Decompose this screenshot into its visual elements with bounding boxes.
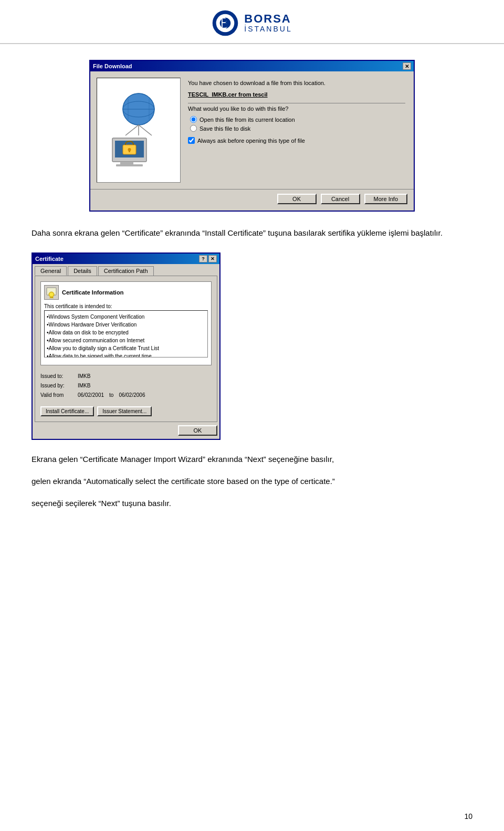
page-header: BORSA İSTANBUL <box>0 0 504 44</box>
radio-open-file-label: Open this file from its current location <box>200 117 295 123</box>
certificate-dialog-container: Certificate ? ✕ General Details Certific… <box>32 253 472 440</box>
radio-open-file-input[interactable] <box>190 116 197 123</box>
more-info-button[interactable]: More Info <box>364 194 407 204</box>
tab-certification-path[interactable]: Certification Path <box>98 266 154 276</box>
file-download-close-button[interactable]: ✕ <box>403 62 411 70</box>
cert-issued-by-row: Issued by: IMKB <box>40 381 212 391</box>
svg-line-11 <box>139 125 152 135</box>
cert-info-icon <box>44 285 59 300</box>
file-download-filename: TESCIL_IMKB.cer from tescil <box>188 91 405 98</box>
issuer-statement-button[interactable]: Issuer Statement... <box>97 406 152 416</box>
cert-info-title: Certificate Information <box>62 289 123 296</box>
svg-point-21 <box>50 293 53 296</box>
file-download-buttons: OK Cancel More Info <box>90 189 414 211</box>
file-download-content: You have chosen to download a file from … <box>186 78 407 183</box>
paragraph-1: Daha sonra ekrana gelen “Certificate” ek… <box>32 227 472 239</box>
cert-valid-to-label: to <box>109 391 113 400</box>
checkbox-always-ask[interactable]: Always ask before opening this type of f… <box>188 137 405 144</box>
cert-issued-by-value: IMKB <box>78 381 90 391</box>
cert-valid-from-label: Valid from <box>40 391 75 400</box>
main-content: File Download ✕ <box>0 44 504 551</box>
logo-container: BORSA İSTANBUL <box>212 9 292 37</box>
cert-valid-from-value: 06/02/2001 <box>78 391 104 400</box>
cert-info-box: Certificate Information This certificate… <box>40 281 212 365</box>
checkbox-always-ask-input[interactable] <box>188 137 195 144</box>
cert-info-header: Certificate Information <box>44 285 208 300</box>
cert-info-text: This certificate is intended to: <box>44 303 208 310</box>
cert-issued-to-label: Issued to: <box>40 372 75 381</box>
page-number: 10 <box>464 812 472 821</box>
cert-bottom-buttons: OK <box>33 422 219 439</box>
cert-ok-button[interactable]: OK <box>178 425 217 436</box>
cert-help-button[interactable]: ? <box>199 255 207 262</box>
ok-button[interactable]: OK <box>277 194 317 204</box>
file-download-icon-area <box>97 78 181 183</box>
tab-general[interactable]: General <box>35 266 67 276</box>
cert-issued-by-label: Issued by: <box>40 381 75 391</box>
paragraph-2-line2: gelen ekranda “Automatically select the … <box>32 475 472 488</box>
radio-save-file-input[interactable] <box>190 125 197 132</box>
radio-save-file[interactable]: Save this file to disk <box>190 125 405 132</box>
file-download-main-text: You have chosen to download a file from … <box>188 80 405 86</box>
svg-line-9 <box>125 125 139 135</box>
svg-rect-14 <box>120 162 133 164</box>
radio-open-file[interactable]: Open this file from its current location <box>190 116 405 123</box>
cert-issued-to-value: IMKB <box>78 372 90 381</box>
cert-details: Issued to: IMKB Issued by: IMKB Valid fr… <box>40 370 212 402</box>
page-footer: 10 <box>464 812 472 821</box>
file-download-title: File Download <box>93 63 132 69</box>
cert-close-button[interactable]: ✕ <box>208 255 217 262</box>
borsa-istanbul-logo-icon <box>212 9 239 37</box>
cert-valid-to-value: 06/02/2006 <box>119 391 145 400</box>
install-certificate-button[interactable]: Install Certificate... <box>40 406 94 416</box>
file-download-dialog: File Download ✕ <box>89 60 415 212</box>
radio-group: Open this file from its current location… <box>188 116 405 132</box>
cert-issued-to-row: Issued to: IMKB <box>40 372 212 381</box>
cert-valid-row: Valid from 06/02/2001 to 06/02/2006 <box>40 391 212 400</box>
paragraph-2-line1: Ekrana gelen “Certificate Manager Import… <box>32 453 472 466</box>
paragraph-2-line3: seçeneği seçilerek “Next” tuşuna basılır… <box>32 497 472 510</box>
logo-borsa: BORSA <box>244 13 292 25</box>
cancel-button[interactable]: Cancel <box>321 194 360 204</box>
cert-titlebar-buttons: ? ✕ <box>199 255 217 262</box>
checkbox-always-ask-label: Always ask before opening this type of f… <box>197 138 305 144</box>
cert-body: Certificate Information This certificate… <box>35 276 217 422</box>
cert-titlebar: Certificate ? ✕ <box>33 254 219 264</box>
file-download-dialog-container: File Download ✕ <box>32 60 472 212</box>
logo-istanbul: İSTANBUL <box>244 25 292 33</box>
file-download-titlebar: File Download ✕ <box>90 61 414 71</box>
svg-rect-18 <box>129 150 130 152</box>
radio-save-file-label: Save this file to disk <box>200 125 250 132</box>
logo-text: BORSA İSTANBUL <box>244 13 292 34</box>
computer-download-icon <box>104 91 173 170</box>
cert-title: Certificate <box>35 256 64 262</box>
svg-rect-15 <box>116 164 143 166</box>
cert-tabs: General Details Certification Path <box>33 264 219 276</box>
file-download-body: You have chosen to download a file from … <box>90 71 414 189</box>
svg-rect-24 <box>49 298 54 298</box>
certificate-dialog: Certificate ? ✕ General Details Certific… <box>32 253 220 440</box>
cert-info-list: •Windows System Component Verification •… <box>44 310 208 357</box>
tab-details[interactable]: Details <box>68 266 97 276</box>
file-download-question: What would you like to do with this file… <box>188 106 405 112</box>
cert-action-buttons: Install Certificate... Issuer Statement.… <box>40 406 212 416</box>
